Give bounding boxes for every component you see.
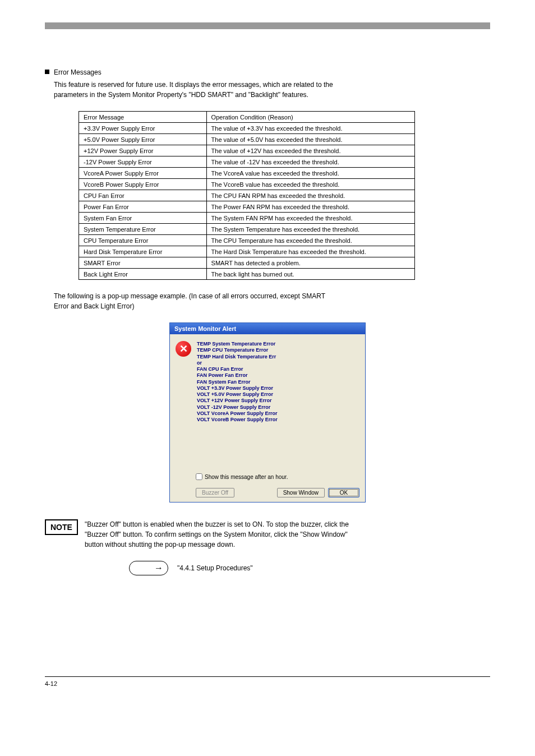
dialog-titlebar: System Monitor Alert (170, 323, 365, 334)
alert-line: VOLT VcoreA Power Supply Error (197, 411, 278, 417)
reference-text: "4.4.1 Setup Procedures" (177, 564, 253, 572)
alert-dialog: System Monitor Alert ✕ TEMP System Tempe… (169, 322, 366, 503)
cell-cond: The CPU Temperature has exceeded the thr… (206, 235, 414, 246)
alert-line: VOLT +3.3V Power Supply Error (197, 385, 278, 391)
cell-cond: The back light has burned out. (206, 269, 414, 280)
table-row: System Fan ErrorThe System FAN RPM has e… (79, 213, 415, 224)
table-row: System Temperature ErrorThe System Tempe… (79, 224, 415, 235)
alert-line: TEMP CPU Temperature Error (197, 347, 278, 353)
popup-intro: The following is a pop-up message exampl… (54, 291, 490, 311)
table-row: VcoreA Power Supply ErrorThe VcoreA valu… (79, 168, 415, 179)
cell-cond: The value of -12V has exceeded the thres… (206, 156, 414, 168)
cell-cond: The value of +5.0V has exceeded the thre… (206, 134, 414, 145)
header-bar (45, 22, 490, 29)
desc-line1: This feature is reserved for future use.… (54, 81, 333, 89)
cell-msg: VcoreA Power Supply Error (79, 168, 207, 179)
cell-msg: SMART Error (79, 257, 207, 269)
alert-line: VOLT -12V Power Supply Error (197, 404, 278, 411)
note-line2: "Buzzer Off" button. To confirm settings… (85, 531, 348, 538)
cell-msg: CPU Fan Error (79, 190, 207, 201)
show-window-button[interactable]: Show Window (277, 488, 325, 497)
cell-msg: +12V Power Supply Error (79, 145, 207, 156)
cell-msg: Back Light Error (79, 269, 207, 280)
page-number: 4-12 (45, 680, 57, 687)
table-row: +3.3V Power Supply ErrorThe value of +3.… (79, 123, 415, 134)
cell-msg: +3.3V Power Supply Error (79, 123, 207, 134)
table-row: Hard Disk Temperature ErrorThe Hard Disk… (79, 246, 415, 257)
show-after-hour-checkbox[interactable] (196, 473, 202, 480)
cell-msg: +5.0V Power Supply Error (79, 134, 207, 145)
section-description: This feature is reserved for future use.… (54, 80, 490, 100)
cell-cond: SMART has detected a problem. (206, 257, 414, 269)
cell-msg: CPU Temperature Error (79, 235, 207, 246)
bullet-icon (45, 70, 49, 74)
ok-button[interactable]: OK (328, 488, 359, 497)
table-row: CPU Fan ErrorThe CPU FAN RPM has exceede… (79, 190, 415, 201)
error-icon: ✕ (176, 341, 191, 357)
cell-cond: The value of +3.3V has exceeded the thre… (206, 123, 414, 134)
cell-cond: The VcoreA value has exceeded the thresh… (206, 168, 414, 179)
table-row: Back Light ErrorThe back light has burne… (79, 269, 415, 280)
cell-msg: Hard Disk Temperature Error (79, 246, 207, 257)
cell-cond: The Power FAN RPM has exceeded the thres… (206, 201, 414, 213)
cell-cond: The VcoreB value has exceeded the thresh… (206, 179, 414, 190)
table-header-condition: Operation Condition (Reason) (206, 112, 414, 123)
cell-cond: The Hard Disk Temperature has exceeded t… (206, 246, 414, 257)
buzzer-off-button[interactable]: Buzzer Off (196, 488, 234, 497)
alert-line: TEMP Hard Disk Temperature Err (197, 354, 278, 360)
table-row: CPU Temperature ErrorThe CPU Temperature… (79, 235, 415, 246)
table-row: Power Fan ErrorThe Power FAN RPM has exc… (79, 201, 415, 213)
popup-intro-line2: Error and Back Light Error) (54, 302, 134, 310)
alert-line: VOLT +5.0V Power Supply Error (197, 391, 278, 398)
table-row: -12V Power Supply ErrorThe value of -12V… (79, 156, 415, 168)
alert-line: or (197, 360, 278, 366)
note-text: "Buzzer Off" button is enabled when the … (85, 519, 490, 550)
cell-cond: The CPU FAN RPM has exceeded the thresho… (206, 190, 414, 201)
table-row: +12V Power Supply ErrorThe value of +12V… (79, 145, 415, 156)
table-row: SMART ErrorSMART has detected a problem. (79, 257, 415, 269)
section-title: Error Messages (54, 68, 102, 76)
table-header-error: Error Message (79, 112, 207, 123)
error-table: Error Message Operation Condition (Reaso… (79, 111, 415, 280)
alert-line: VOLT +12V Power Supply Error (197, 398, 278, 404)
alert-message-list: TEMP System Temperature Error TEMP CPU T… (197, 341, 278, 423)
cell-cond: The System FAN RPM has exceeded the thre… (206, 213, 414, 224)
alert-line: FAN System Fan Error (197, 379, 278, 385)
cell-cond: The System Temperature has exceeded the … (206, 224, 414, 235)
cell-cond: The value of +12V has exceeded the thres… (206, 145, 414, 156)
cell-msg: System Fan Error (79, 213, 207, 224)
page-footer: 4-12 (45, 676, 490, 687)
note-label-box: NOTE (45, 519, 78, 535)
cell-msg: System Temperature Error (79, 224, 207, 235)
table-row: +5.0V Power Supply ErrorThe value of +5.… (79, 134, 415, 145)
popup-intro-line1: The following is a pop-up message exampl… (54, 292, 325, 300)
cell-msg: Power Fan Error (79, 201, 207, 213)
note-line3: button without shutting the pop-up messa… (85, 541, 235, 548)
checkbox-label: Show this message after an hour. (205, 474, 288, 480)
alert-line: FAN CPU Fan Error (197, 366, 278, 372)
alert-line: VOLT VcoreB Power Supply Error (197, 417, 278, 423)
cell-msg: VcoreB Power Supply Error (79, 179, 207, 190)
note-line1: "Buzzer Off" button is enabled when the … (85, 520, 349, 528)
cell-msg: -12V Power Supply Error (79, 156, 207, 168)
desc-line2: parameters in the System Monitor Propert… (54, 91, 308, 99)
alert-line: TEMP System Temperature Error (197, 341, 278, 347)
alert-line: FAN Power Fan Error (197, 372, 278, 379)
table-row: VcoreB Power Supply ErrorThe VcoreB valu… (79, 179, 415, 190)
table-header-row: Error Message Operation Condition (Reaso… (79, 112, 415, 123)
see-reference-shape: → (129, 561, 168, 575)
arrow-right-icon: → (154, 563, 163, 573)
